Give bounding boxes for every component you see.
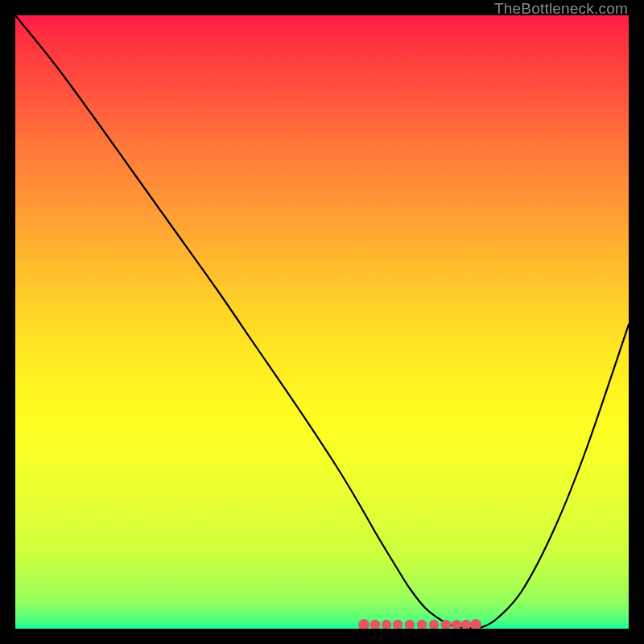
plot-area <box>15 15 629 629</box>
marker-dot <box>417 620 427 629</box>
marker-dot <box>461 620 471 629</box>
optimal-range-markers <box>358 619 481 629</box>
marker-dot <box>429 620 439 629</box>
marker-dot <box>370 620 380 629</box>
marker-dot <box>452 620 461 629</box>
marker-dot <box>382 620 391 629</box>
chart-container: TheBottleneck.com <box>0 0 644 644</box>
marker-dot <box>470 619 481 629</box>
watermark-label: TheBottleneck.com <box>494 0 628 18</box>
bottleneck-curve <box>15 15 629 628</box>
marker-dot <box>358 619 369 629</box>
chart-svg <box>15 15 629 629</box>
marker-dot <box>393 620 402 629</box>
marker-dot <box>405 620 415 629</box>
